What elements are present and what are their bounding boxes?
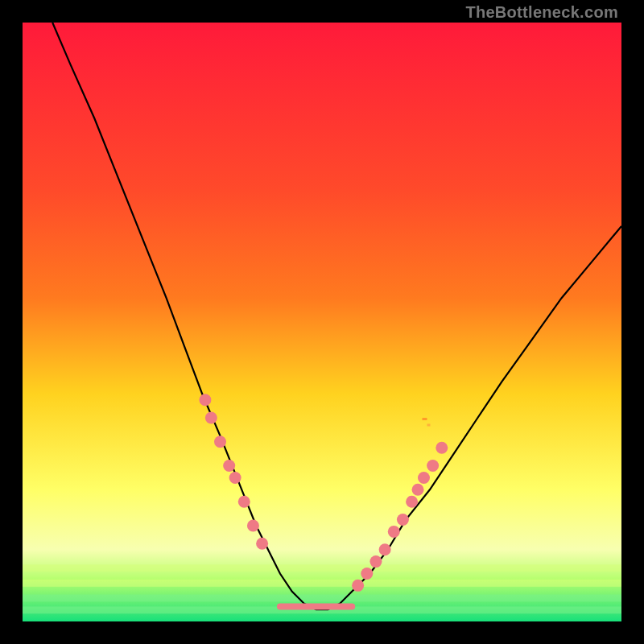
watermark-text: TheBottleneck.com: [465, 3, 618, 22]
data-point-right: [352, 580, 364, 592]
data-point-right: [397, 514, 409, 526]
fleck: [427, 423, 430, 426]
data-point-right: [412, 484, 424, 496]
strata-band: [23, 595, 621, 602]
data-point-right: [436, 442, 448, 454]
frame-bottom: [0, 621, 644, 644]
data-point-left: [205, 412, 217, 424]
data-point-left: [199, 394, 211, 406]
data-point-left: [223, 460, 235, 472]
strata-band: [23, 580, 621, 587]
data-point-right: [379, 543, 391, 555]
frame-right: [621, 0, 644, 644]
data-point-left: [214, 436, 226, 448]
fleck: [422, 418, 427, 420]
data-point-right: [369, 555, 382, 568]
strata-band: [23, 564, 621, 572]
data-point-right: [361, 568, 373, 580]
plot-area: [23, 23, 621, 621]
frame-left: [0, 0, 23, 644]
data-point-left: [229, 472, 242, 484]
data-point-left: [256, 538, 268, 550]
data-point-right: [418, 472, 430, 484]
data-point-right: [388, 526, 400, 538]
gradient-bg: [23, 23, 621, 621]
data-point-right: [427, 460, 439, 472]
chart-svg: [23, 23, 621, 621]
data-point-right: [406, 496, 418, 508]
data-point-left: [247, 519, 259, 531]
data-point-left: [238, 496, 250, 508]
